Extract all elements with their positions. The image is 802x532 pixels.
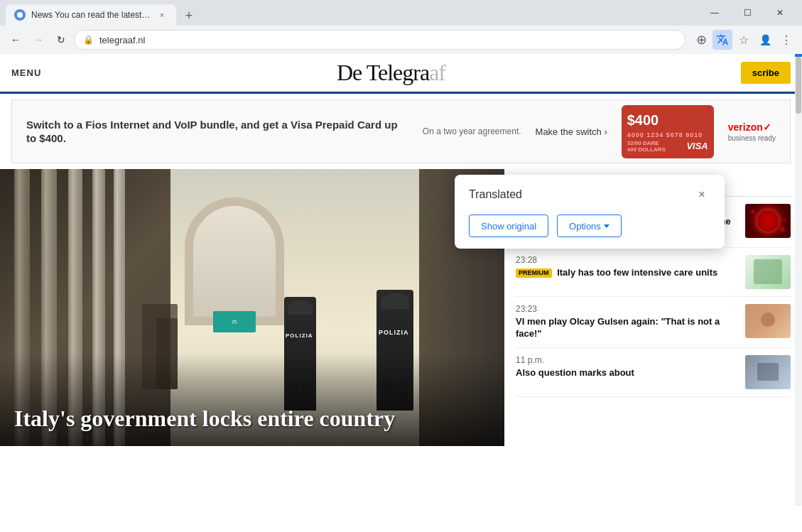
profile-icon[interactable]: 👤 [755,30,775,50]
news-thumb [745,304,791,338]
page-content: MENU De Telegraaf scribe Switch to a Fio… [0,54,802,506]
news-time: 11 p.m. [516,355,738,365]
window-controls: — ☐ ✕ [698,0,796,26]
popup-header: Translated × [469,186,710,203]
ad-cta[interactable]: Make the switch › [536,126,607,137]
show-original-button[interactable]: Show original [469,215,548,237]
news-thumb [745,255,791,289]
news-item-content: 23:23 VI men play Olcay Gulsen again: "T… [516,304,738,340]
tab-favicon [14,9,26,21]
news-headline: VI men play Olcay Gulsen again: "That is… [516,316,738,340]
tab-close-button[interactable]: × [156,9,168,21]
translation-popup: Translated × Show original Options [455,175,725,249]
news-item[interactable]: 23:23 VI men play Olcay Gulsen again: "T… [516,297,791,348]
minimize-button[interactable]: — [698,0,731,26]
logo-text: De Telegraaf [337,60,445,86]
active-tab[interactable]: News You can read the latest ne × [6,4,176,26]
ad-headline: Switch to a Fios Internet and VoIP bundl… [26,118,408,146]
plus-icon[interactable]: ⊕ [691,30,711,50]
hero-section: POLIZIA POLIZIA iTi [0,169,504,446]
popup-title: Translated [469,188,522,201]
news-time: 23:28 [516,255,738,265]
news-item[interactable]: 11 p.m. Also question marks about [516,348,791,397]
premium-badge: PREMIUM [516,268,552,278]
business-ready: business ready [728,134,776,142]
ad-agreement: On a two year agreement. [423,126,521,136]
translate-icon[interactable] [712,30,732,50]
news-item-content: 11 p.m. Also question marks about [516,355,738,389]
subscribe-button[interactable]: scribe [741,62,791,84]
chevron-down-icon [604,224,609,228]
new-tab-button[interactable]: + [179,6,199,26]
menu-icon[interactable]: ⋮ [776,30,796,50]
maximize-button[interactable]: ☐ [731,0,764,26]
close-button[interactable]: ✕ [764,0,796,26]
popup-close-button[interactable]: × [693,186,710,203]
site-header: MENU De Telegraaf scribe [0,54,802,94]
tab-title: News You can read the latest ne [31,10,151,20]
popup-buttons: Show original Options [469,215,710,237]
ad-text: Switch to a Fios Internet and VoIP bundl… [26,118,408,146]
hero-title: Italy's government locks entire country [14,405,490,432]
address-input[interactable]: 🔒 telegraaf.nl [74,30,686,50]
news-thumb [745,204,791,238]
menu-button[interactable]: MENU [11,67,41,78]
news-headline: Also question marks about [516,367,738,379]
reload-button[interactable]: ↻ [51,30,71,50]
scrollbar[interactable] [795,54,802,506]
news-item[interactable]: 23:28 PREMIUM Italy has too few intensiv… [516,248,791,297]
news-headline: PREMIUM Italy has too few intensive care… [516,267,738,279]
news-time: 23:23 [516,304,738,314]
options-button[interactable]: Options [557,215,622,237]
forward-button[interactable]: → [28,30,48,50]
ad-banner: Switch to a Fios Internet and VoIP bundl… [11,99,791,163]
address-bar-row: ← → ↻ 🔒 telegraaf.nl ⊕ ☆ 👤 ⋮ [0,26,802,54]
site-logo: De Telegraaf [41,60,740,86]
ad-branding: verizon✓ business ready [728,121,776,142]
news-item-content: 23:28 PREMIUM Italy has too few intensiv… [516,255,738,289]
verizon-logo: verizon✓ [728,121,776,133]
back-button[interactable]: ← [6,30,26,50]
ad-card: $400 4000 1234 5678 9010 32/00 DARE400 D… [622,105,714,158]
hero-overlay: Italy's government locks entire country [14,405,490,432]
browser-window: News You can read the latest ne × + — ☐ … [0,0,802,54]
scrollbar-thumb[interactable] [796,57,801,114]
titlebar: News You can read the latest ne × + — ☐ … [0,0,802,26]
url-text: telegraaf.nl [99,35,145,45]
lock-icon: 🔒 [83,35,94,45]
bookmark-icon[interactable]: ☆ [734,30,754,50]
news-thumb [745,355,791,389]
